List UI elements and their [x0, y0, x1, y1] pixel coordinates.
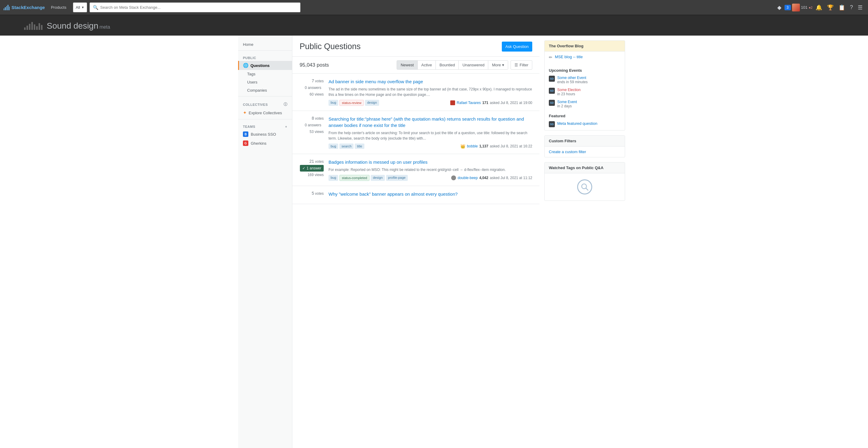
tag-design[interactable]: design [371, 175, 384, 181]
question-tags: bug status-completed design profile-page [329, 175, 408, 181]
tag-status-review[interactable]: status-review [339, 100, 364, 106]
search-filter-dropdown[interactable]: All ▼ [73, 2, 87, 12]
event-item: SD Some Event in 2 days [545, 98, 625, 110]
custom-filters-body: Create a custom filter [545, 147, 625, 157]
question-title-link[interactable]: Why "welcome back" banner appears on alm… [329, 191, 532, 197]
svg-line-1 [586, 188, 588, 190]
stack-exchange-logo-icon [4, 5, 10, 10]
question-title-link[interactable]: Badges information is messed up on user … [329, 159, 532, 165]
filter-tab-active[interactable]: Active [418, 61, 436, 69]
reputation-badge-button[interactable]: 3 [784, 5, 791, 10]
featured-icon: SD [549, 121, 555, 127]
collectives-info-icon[interactable]: ⓘ [284, 102, 287, 107]
site-logo-link[interactable]: StackExchange [4, 5, 45, 10]
question-title-link[interactable]: Ad banner in side menu may overflow the … [329, 79, 532, 85]
question-excerpt: For example: Reported on MSO: This might… [329, 167, 532, 173]
left-sidebar: Home PUBLIC 🌐 Questions Tags Users Compa… [238, 36, 292, 448]
answer-count: 0 answers [302, 122, 324, 128]
tag-bug[interactable]: bug [329, 175, 338, 181]
custom-filters-header: Custom Filters [545, 136, 625, 147]
gherkins-icon: G [243, 141, 248, 146]
avatar[interactable] [792, 4, 800, 11]
user-avatar [450, 100, 455, 105]
filter-tab-more[interactable]: More ▾ [488, 61, 508, 69]
user-info: Rafael Tavares 171 asked Jul 8, 2021 at … [450, 100, 532, 105]
tag-status-completed[interactable]: status-completed [339, 175, 370, 181]
inbox-icon-button[interactable]: 🔔 [814, 3, 824, 12]
user-info: 👑 bobble 1,137 asked Jul 8, 2021 at 16:2… [460, 144, 532, 149]
event-icon: SD [549, 100, 555, 106]
question-body: Why "welcome back" banner appears on alm… [329, 191, 532, 199]
questions-header: Public Questions Ask Question [292, 36, 539, 57]
watched-tags-body [545, 173, 625, 201]
vote-count: 8 votes [312, 116, 324, 121]
sidebar-item-business-sso[interactable]: B Business SSO [238, 130, 292, 139]
products-button[interactable]: Products [49, 4, 69, 11]
sidebar-item-home[interactable]: Home [238, 40, 292, 49]
user-name[interactable]: bobble [467, 144, 478, 148]
globe-icon: 🌐 [243, 63, 249, 68]
answer-count: ✓ 1 answer [300, 165, 324, 172]
search-input[interactable] [100, 5, 297, 10]
featured-link[interactable]: Meta featured question [557, 121, 597, 126]
help-icon-button[interactable]: ? [848, 3, 855, 12]
question-body: Badges information is messed up on user … [329, 159, 532, 181]
tag-bug[interactable]: bug [329, 144, 338, 149]
sidebar-item-explore-collectives[interactable]: ✦ Explore Collectives [238, 108, 292, 117]
main-content: Public Questions Ask Question 95,043 pos… [292, 36, 539, 448]
filter-tab-newest[interactable]: Newest [397, 61, 417, 69]
business-sso-icon: B [243, 131, 248, 137]
sidebar-section-public: PUBLIC [238, 53, 292, 61]
explore-icon: ✦ [243, 110, 247, 116]
search-icon: 🔍 [93, 5, 98, 10]
view-count: 169 views [308, 173, 324, 177]
featured-header: Featured [545, 111, 625, 120]
event-details: Some Election in 23 hours [557, 88, 581, 96]
tag-search[interactable]: search [339, 144, 353, 149]
event-title-link[interactable]: Some other Event [557, 76, 588, 80]
sidebar-section-collectives: COLLECTIVES ⓘ [238, 98, 292, 108]
watched-tags-header: Watched Tags on Public Q&A [545, 162, 625, 173]
blog-link[interactable]: MSE blog -- title [555, 55, 583, 59]
sidebar-item-questions[interactable]: 🌐 Questions [238, 61, 292, 70]
user-name[interactable]: Rafael Tavares [457, 101, 481, 105]
filter-tab-unanswered[interactable]: Unanswered [459, 61, 488, 69]
sidebar-item-gherkins[interactable]: G Gherkins [238, 139, 292, 148]
create-custom-filter-link[interactable]: Create a custom filter [549, 150, 586, 154]
question-body: Ad banner in side menu may overflow the … [329, 79, 532, 106]
user-rep: 1,137 [479, 144, 488, 148]
review-icon-button[interactable]: 📋 [837, 3, 847, 12]
ask-question-button[interactable]: Ask Question [502, 41, 532, 52]
tag-design[interactable]: design [365, 100, 379, 106]
question-title-link[interactable]: Searching for title:"phrase here" (with … [329, 116, 532, 128]
question-item: 21 votes ✓ 1 answer 169 views Badges inf… [292, 154, 539, 186]
event-details: Some other Event ends in 59 minutes [557, 76, 588, 84]
view-count: 53 views [310, 130, 324, 134]
teams-add-button[interactable]: + [285, 125, 287, 128]
filter-button[interactable]: ☰ Filter [510, 60, 532, 70]
vote-count: 5 votes [312, 191, 324, 196]
sidebar-item-tags[interactable]: Tags [238, 70, 292, 78]
sidebar-item-users[interactable]: Users [238, 78, 292, 86]
event-title-link-election[interactable]: Some Election [557, 88, 581, 92]
tag-profile-page[interactable]: profile-page [386, 175, 408, 181]
site-name: Sound design meta [47, 21, 110, 31]
hamburger-icon-button[interactable]: ☰ [856, 3, 864, 12]
crown-icon: 👑 [460, 144, 465, 149]
filter-tab-bountied[interactable]: Bountied [436, 61, 459, 69]
question-stats: 8 votes 0 answers 53 views [300, 116, 324, 149]
sidebar-item-companies[interactable]: Companies [238, 86, 292, 94]
tag-title[interactable]: title [355, 144, 364, 149]
event-title-link[interactable]: Some Event [557, 100, 577, 104]
achievements-icon-button[interactable]: 🏆 [825, 3, 835, 12]
tag-bug[interactable]: bug [329, 100, 338, 106]
question-footer: bug status-review design Rafael Tavares … [329, 100, 532, 106]
user-rep-area: 101 ●2 [792, 4, 812, 11]
user-name[interactable]: double-beep [458, 176, 478, 180]
diamond-icon: ◆ [777, 4, 781, 11]
user-rep: 4,042 [479, 176, 488, 180]
question-stats: 7 votes 0 answers 60 views [300, 79, 324, 106]
event-time: in 23 hours [557, 92, 581, 96]
diamond-icon-button[interactable]: ◆ [775, 3, 783, 12]
featured-section: SD Meta featured question [545, 120, 625, 130]
